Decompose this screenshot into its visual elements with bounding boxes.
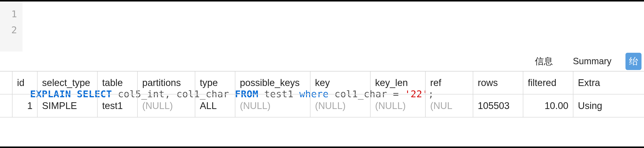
cell-rows[interactable]: 105503: [473, 94, 523, 118]
cell-partitions[interactable]: (NULL): [138, 94, 195, 118]
line-number: 1: [0, 6, 17, 22]
cell-id[interactable]: 1: [13, 94, 38, 118]
cell-key[interactable]: (NULL): [310, 94, 371, 118]
cell-possible-keys[interactable]: (NULL): [235, 94, 310, 118]
col-header-filtered[interactable]: filtered: [523, 72, 573, 94]
cell-select-type[interactable]: SIMPLE: [38, 94, 98, 118]
col-header-key[interactable]: key: [310, 72, 371, 94]
col-header-blank[interactable]: [0, 72, 13, 94]
line-gutter: 1 2: [0, 2, 23, 52]
col-header-possible-keys[interactable]: possible_keys: [235, 72, 310, 94]
result-table: id select_type table partitions type pos…: [0, 72, 644, 118]
tab-summary[interactable]: Summary: [563, 56, 621, 66]
cell-filtered[interactable]: 10.00: [523, 94, 573, 118]
code-line-1: [30, 38, 644, 54]
sql-editor[interactable]: 1 2 EXPLAIN SELECT col5_int, col1_char F…: [0, 2, 644, 52]
cell-extra[interactable]: Using: [573, 94, 644, 118]
col-header-partitions[interactable]: partitions: [138, 72, 195, 94]
col-header-id[interactable]: id: [13, 72, 38, 94]
col-header-type[interactable]: type: [195, 72, 235, 94]
col-header-select-type[interactable]: select_type: [38, 72, 98, 94]
cell-table[interactable]: test1: [98, 94, 138, 118]
code-area[interactable]: EXPLAIN SELECT col5_int, col1_char FROM …: [23, 2, 644, 52]
col-header-ref[interactable]: ref: [426, 72, 473, 94]
tab-action-button[interactable]: 绐: [625, 53, 641, 70]
cell-ref[interactable]: (NUL: [426, 94, 473, 118]
col-header-rows[interactable]: rows: [473, 72, 523, 94]
tab-info[interactable]: 信息: [525, 55, 563, 68]
cell-type[interactable]: ALL: [195, 94, 235, 118]
col-header-key-len[interactable]: key_len: [371, 72, 426, 94]
col-header-table[interactable]: table: [98, 72, 138, 94]
cell-key-len[interactable]: (NULL): [371, 94, 426, 118]
cell-blank[interactable]: [0, 94, 13, 118]
line-number: 2: [0, 22, 17, 38]
col-header-extra[interactable]: Extra: [573, 72, 644, 94]
